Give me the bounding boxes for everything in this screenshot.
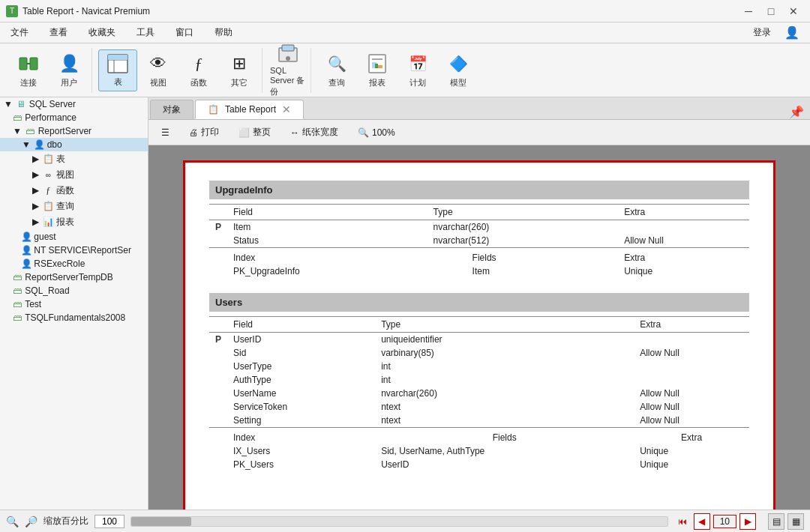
sidebar-label-queries: 查询 (56, 201, 74, 211)
svg-rect-1 (30, 58, 38, 70)
zoom-input[interactable] (94, 515, 124, 528)
query-button[interactable]: 🔍 查询 (317, 49, 356, 91)
table-button[interactable]: 表 (98, 49, 137, 91)
tab-table-report[interactable]: 📋 Table Report ✕ (195, 100, 304, 119)
pk-col-header-2 (209, 317, 227, 333)
guest-icon: 👤 (21, 232, 32, 242)
query-folder-icon: 📋 (43, 201, 53, 211)
sidebar-item-sqlserver[interactable]: ▼ 🖥 SQL Server (0, 97, 148, 111)
sidebar-item-reportservertempdb[interactable]: 🗃 ReportServerTempDB (0, 270, 148, 284)
login-button[interactable]: 登录 (748, 25, 776, 40)
schedule-icon: 📅 (406, 52, 430, 76)
other-icon: ⊞ (227, 52, 251, 76)
pk-marker (209, 373, 227, 387)
fit-page-icon: ⬜ (238, 127, 250, 138)
status-bar: 🔍 🔎 缩放百分比 ⏮ ◀ 10 ▶ ▤ ▦ (0, 510, 810, 532)
report-table-upgradeinfo: UpgradeInfo Field Type Extra (209, 181, 749, 278)
print-button[interactable]: 🖨 打印 (182, 123, 226, 142)
schema-icon: 👤 (34, 139, 44, 150)
sidebar-item-dbo[interactable]: ▼ 👤 dbo (0, 138, 148, 151)
fields-col: Fields (428, 248, 619, 265)
menu-view[interactable]: 查看 (45, 25, 72, 40)
hamburger-icon: ☰ (161, 127, 170, 138)
sidebar-item-tsqlfundamentals[interactable]: 🗃 TSQLFundamentals2008 (0, 311, 148, 324)
view-icon-tb: 👁 (146, 52, 170, 76)
prev-page-button[interactable]: ◀ (694, 513, 710, 530)
menu-favorites[interactable]: 收藏夹 (84, 25, 120, 40)
sidebar-label-tsqlfundamentals: TSQLFundamentals2008 (25, 312, 125, 323)
multi-page-view-button[interactable]: ▦ (788, 513, 804, 530)
sidebar-label-tables: 表 (56, 154, 65, 164)
index-fields: Item (428, 265, 619, 278)
close-button[interactable]: ✕ (783, 3, 804, 19)
sidebar-item-ntservice[interactable]: 👤 NT SERVICE\ReportSer (0, 244, 148, 257)
maximize-button[interactable]: □ (760, 3, 782, 19)
report-area[interactable]: UpgradeInfo Field Type Extra (148, 145, 810, 510)
menu-window[interactable]: 窗口 (171, 25, 198, 40)
tab-pin-icon[interactable]: 📌 (789, 105, 804, 119)
tab-object[interactable]: 对象 (150, 100, 194, 119)
rsexecrole-icon: 👤 (21, 259, 32, 269)
sidebar-label-reportservertempdb: ReportServerTempDB (25, 272, 112, 282)
view-folder-icon: ∞ (43, 171, 53, 179)
sidebar-item-rsexecrole[interactable]: 👤 RSExecRole (0, 257, 148, 270)
report-button[interactable]: 报表 (358, 49, 397, 91)
fit-page-button[interactable]: ⬜ 整页 (232, 123, 278, 142)
horizontal-scrollbar[interactable] (130, 516, 668, 527)
index-fields: UserID (375, 458, 634, 471)
menu-help[interactable]: 帮助 (210, 25, 237, 40)
sidebar-label-sqlserver: SQL Server (29, 99, 76, 109)
function-button[interactable]: ƒ 函数 (179, 49, 218, 91)
table-row: P Item nvarchar(260) (209, 220, 749, 235)
sidebar-item-views[interactable]: ▶ ∞ 视图 (0, 167, 148, 183)
query-icon: 🔍 (325, 52, 349, 76)
print-label: 打印 (201, 126, 219, 139)
field-type: uniqueidentifier (375, 333, 634, 347)
sidebar-item-reportserver[interactable]: ▼ 🗃 ReportServer (0, 124, 148, 138)
tab-report-icon: 📋 (208, 104, 219, 115)
next-page-button[interactable]: ▶ (740, 513, 756, 530)
sidebar-item-tables[interactable]: ▶ 📋 表 (0, 151, 148, 167)
view-button[interactable]: 👁 视图 (139, 49, 178, 91)
table-row: PK_Users UserID Unique (209, 458, 749, 471)
sidebar-item-performance[interactable]: 🗃 Performance (0, 111, 148, 124)
empty-cell (209, 265, 227, 278)
field-name: UserType (227, 360, 375, 373)
connect-button[interactable]: 连接 (9, 49, 48, 91)
menu-file[interactable]: 文件 (6, 25, 33, 40)
single-page-view-button[interactable]: ▤ (768, 513, 784, 530)
field-extra (634, 360, 749, 373)
sidebar-item-sqlroad[interactable]: 🗃 SQL_Road (0, 284, 148, 297)
minimize-button[interactable]: ─ (738, 3, 759, 19)
sidebar-item-guest[interactable]: 👤 guest (0, 230, 148, 244)
user-button[interactable]: 👤 用户 (50, 49, 88, 91)
field-name: Setting (227, 414, 375, 428)
function-label: 函数 (190, 77, 207, 88)
zoom-magnify-icon: 🔎 (25, 516, 38, 528)
menu-toggle-button[interactable]: ☰ (154, 124, 176, 141)
other-button[interactable]: ⊞ 其它 (220, 49, 259, 91)
index-extra: Unique (634, 458, 749, 471)
menu-bar: 文件 查看 收藏夹 工具 窗口 帮助 登录 👤 (0, 22, 810, 43)
menu-tools[interactable]: 工具 (132, 25, 159, 40)
field-type: ntext (375, 400, 634, 414)
schedule-button[interactable]: 📅 计划 (398, 49, 437, 91)
sidebar-item-reports[interactable]: ▶ 📊 报表 (0, 214, 148, 230)
field-col-header: Field (227, 205, 428, 220)
sidebar-label-functions: 函数 (56, 185, 74, 196)
sidebar-item-queries[interactable]: ▶ 📋 查询 (0, 199, 148, 214)
sidebar-label-views: 视图 (56, 169, 74, 180)
index-col: Index (227, 248, 428, 265)
first-page-button[interactable]: ⏮ (674, 513, 691, 530)
sidebar-item-functions[interactable]: ▶ ƒ 函数 (0, 183, 148, 199)
report-fields-table-upgradeinfo: Field Type Extra P Item nvarchar(260) (209, 204, 749, 278)
table-label: 表 (114, 76, 122, 88)
model-button[interactable]: 🔷 模型 (439, 49, 478, 91)
scrollbar-thumb[interactable] (131, 517, 191, 526)
empty-cell (209, 458, 227, 471)
page-width-button[interactable]: ↔ 纸张宽度 (284, 123, 345, 142)
backup-button[interactable]: SQL Server 备份 (268, 49, 308, 91)
chevron-right-icon-5: ▶ (30, 217, 40, 227)
tab-close-button[interactable]: ✕ (282, 103, 291, 115)
sidebar-item-test[interactable]: 🗃 Test (0, 297, 148, 311)
